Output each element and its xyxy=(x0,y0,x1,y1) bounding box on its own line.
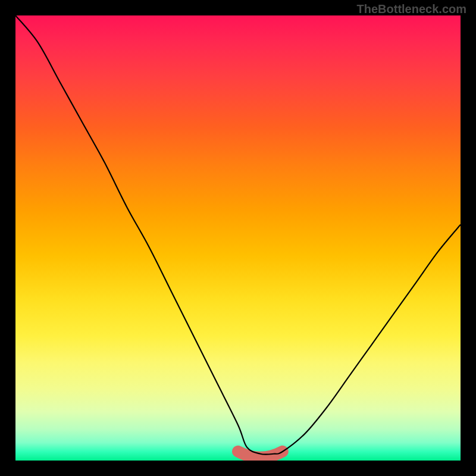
chart-svg xyxy=(15,15,461,461)
bottleneck-curve-line xyxy=(15,15,461,455)
chart-plot-area xyxy=(15,15,461,461)
watermark-text: TheBottleneck.com xyxy=(357,2,466,16)
